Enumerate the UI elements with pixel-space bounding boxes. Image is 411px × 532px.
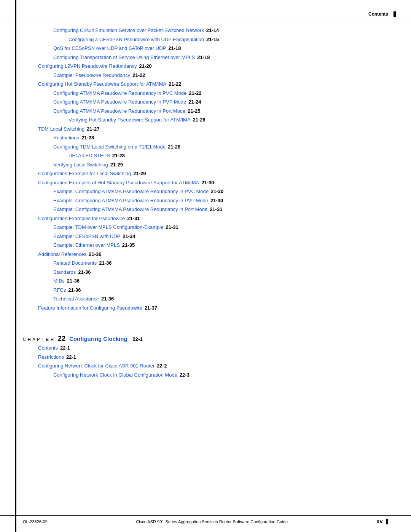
toc-entry: Configuring Transportation of Service Us…	[53, 54, 388, 61]
chapter-title-link[interactable]: Configuring Clocking	[69, 335, 127, 342]
toc-page-num: 21-31	[210, 206, 222, 213]
chapter-label: C H A P T E R	[23, 337, 54, 342]
toc-entry: Example: CESoPSN with UDP21-34	[53, 233, 388, 240]
toc-link[interactable]: Configuring Hot Standby Pseudowire Suppo…	[38, 80, 166, 88]
toc-entry: Example: Ethernet over MPLS21-35	[53, 241, 388, 249]
toc-link[interactable]: Restrictions	[38, 353, 64, 361]
toc-link[interactable]: MIBs	[53, 277, 65, 285]
toc-link[interactable]: Restrictions	[53, 134, 79, 142]
content-area: Configuring Circuit Emulation Service ov…	[23, 27, 388, 380]
toc-link[interactable]: Verifying Hot Standby Pseudowire Support…	[68, 116, 191, 124]
toc-link[interactable]: Configuring Network Clock for Cisco ASR …	[38, 362, 155, 370]
toc-link[interactable]: Additional References	[38, 251, 86, 258]
toc-link[interactable]: Configuring TDM Local Switching on a T1/…	[53, 143, 166, 151]
toc-entry: Configuration Examples of Hot Standby Ps…	[38, 179, 388, 187]
chapter-sub-entry: Restrictions22-1	[38, 353, 388, 361]
toc-page-num: 21-28	[168, 143, 180, 151]
toc-entry: Configuring Hot Standby Pseudowire Suppo…	[38, 80, 388, 88]
toc-link[interactable]: Feature Information for Configuring Pseu…	[38, 304, 142, 312]
toc-link[interactable]: Configuring a CESoPSN Pseudowire with UD…	[68, 36, 204, 43]
toc-page-num: 21-36	[78, 268, 91, 276]
toc-link[interactable]: Configuring ATM/IMA Pseudowire Redundanc…	[53, 98, 186, 106]
toc-link[interactable]: Standards	[53, 268, 76, 276]
toc-page-num: 22-2	[157, 362, 167, 370]
toc-entry: Restrictions21-28	[53, 134, 388, 142]
toc-link[interactable]: Configuring Transportation of Service Us…	[53, 54, 195, 61]
toc-link[interactable]: Configuration Examples of Hot Standby Ps…	[38, 179, 199, 187]
toc-page-num: 21-22	[189, 89, 201, 97]
toc-entry: MIBs21-36	[53, 277, 388, 285]
toc-link[interactable]: Example: Pseudowire Redundancy	[53, 72, 130, 79]
footer-center: Cisco ASR 901 Series Aggregation Service…	[48, 519, 376, 524]
toc-page-num: 21-15	[206, 36, 219, 43]
toc-link[interactable]: Configuring ATM/IMA Pseudowire Redundanc…	[53, 107, 185, 115]
toc-page-num: 21-28	[112, 152, 125, 160]
chapter-sub-entries: Contents22-1Restrictions22-1Configuring …	[23, 344, 388, 379]
toc-link[interactable]: Configuring Network Clock in Global Conf…	[53, 371, 177, 379]
toc-entry: DETAILED STEPS21-28	[68, 152, 388, 160]
toc-page-num: 21-34	[123, 233, 135, 240]
toc-page-num: 21-30	[201, 179, 214, 187]
toc-link[interactable]: QoS for CESoPSN over UDP and SAToP over …	[53, 45, 166, 52]
toc-page-num: 21-29	[133, 170, 146, 177]
toc-entry: Example: Configuring ATM/IMA Pseudowire …	[53, 197, 388, 204]
toc-entry: Configuring a CESoPSN Pseudowire with UD…	[68, 36, 388, 43]
footer-left: OL-23826-09	[23, 519, 48, 524]
toc-link[interactable]: Contents	[38, 344, 58, 352]
toc-entry: Example: TDM over MPLS Configuration-Exa…	[53, 224, 388, 231]
toc-link[interactable]: Configuring L2VPN Pseudowire Redundancy	[38, 62, 137, 70]
footer: OL-23826-09 Cisco ASR 901 Series Aggrega…	[0, 515, 411, 524]
toc-link[interactable]: Example: Ethernet over MPLS	[53, 241, 120, 249]
toc-link[interactable]: Example: Configuring ATM/IMA Pseudowire …	[53, 206, 207, 213]
toc-page-num: 21-18	[168, 45, 181, 52]
toc-link[interactable]: Configuring ATM/IMA Pseudowire Redundanc…	[53, 89, 186, 97]
toc-link[interactable]: Example: TDM over MPLS Configuration-Exa…	[53, 224, 164, 231]
toc-link[interactable]: Configuring Circuit Emulation Service ov…	[53, 27, 204, 34]
toc-link[interactable]: Example: CESoPSN with UDP	[53, 233, 120, 240]
chapter-number: 22	[58, 335, 65, 343]
chapter-page: 22-1	[133, 336, 143, 342]
toc-page-num: 21-37	[145, 304, 157, 312]
toc-page-num: 21-24	[188, 98, 201, 106]
toc-entry: Example: Pseudowire Redundancy21-22	[53, 72, 388, 79]
toc-link[interactable]: RFCs	[53, 286, 66, 294]
toc-link[interactable]: Technical Assistance	[53, 295, 99, 303]
toc-link[interactable]: Related Documents	[53, 259, 97, 267]
footer-right-bar	[386, 519, 388, 524]
toc-entry: Configuration Example for Local Switchin…	[38, 170, 388, 177]
chapter-sub-entry: Contents22-1	[38, 344, 388, 352]
toc-entry: Technical Assistance21-36	[53, 295, 388, 303]
toc-page-num: 21-36	[99, 259, 112, 267]
toc-entry: Verifying Hot Standby Pseudowire Support…	[68, 116, 388, 124]
toc-link[interactable]: Example: Configuring ATM/IMA Pseudowire …	[53, 197, 208, 204]
toc-page-num: 21-36	[68, 286, 81, 294]
toc-list: Configuring Circuit Emulation Service ov…	[23, 27, 388, 312]
toc-page-num: 21-30	[210, 197, 223, 204]
footer-page-number: XV	[376, 519, 383, 524]
toc-page-num: 21-20	[139, 62, 151, 70]
toc-link[interactable]: Configuration Examples for Pseudowire	[38, 215, 125, 222]
toc-page-num: 21-22	[132, 72, 145, 79]
toc-link[interactable]: TDM Local Switching	[38, 125, 84, 133]
left-bar	[15, 0, 16, 532]
toc-entry: Feature Information for Configuring Pseu…	[38, 304, 388, 312]
toc-page-num: 22-3	[180, 371, 190, 379]
toc-link[interactable]: Example: Configuring ATM/IMA Pseudowire …	[53, 188, 209, 195]
toc-page-num: 21-14	[206, 27, 219, 34]
toc-link[interactable]: Verifying Local Switching	[53, 161, 108, 169]
toc-entry: Example: Configuring ATM/IMA Pseudowire …	[53, 188, 388, 195]
toc-page-num: 21-22	[169, 80, 181, 88]
header-bar	[0, 0, 411, 19]
toc-page-num: 21-27	[87, 125, 99, 133]
toc-page-num: 21-30	[211, 188, 223, 195]
toc-entry: Example: Configuring ATM/IMA Pseudowire …	[53, 206, 388, 213]
toc-page-num: 21-29	[110, 161, 123, 169]
toc-page-num: 21-18	[197, 54, 210, 61]
header-contents-label: Contents	[368, 11, 388, 17]
toc-link[interactable]: Configuration Example for Local Switchin…	[38, 170, 131, 177]
chapter-sub-entry: Configuring Network Clock for Cisco ASR …	[38, 362, 388, 370]
toc-entry: Configuring ATM/IMA Pseudowire Redundanc…	[53, 89, 388, 97]
toc-link[interactable]: DETAILED STEPS	[68, 152, 110, 160]
toc-page-num: 21-35	[122, 241, 135, 249]
toc-entry: Configuration Examples for Pseudowire21-…	[38, 215, 388, 222]
